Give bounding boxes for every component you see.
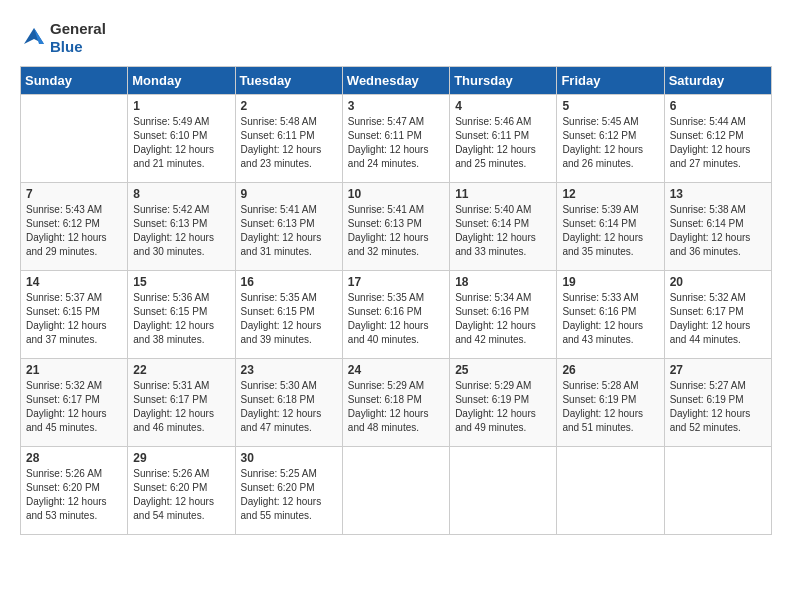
weekday-header-row: SundayMondayTuesdayWednesdayThursdayFrid… (21, 67, 772, 95)
weekday-header-cell: Wednesday (342, 67, 449, 95)
calendar-day-cell: 11Sunrise: 5:40 AM Sunset: 6:14 PM Dayli… (450, 183, 557, 271)
day-info: Sunrise: 5:40 AM Sunset: 6:14 PM Dayligh… (455, 203, 551, 259)
day-info: Sunrise: 5:29 AM Sunset: 6:18 PM Dayligh… (348, 379, 444, 435)
day-info: Sunrise: 5:29 AM Sunset: 6:19 PM Dayligh… (455, 379, 551, 435)
calendar-day-cell: 26Sunrise: 5:28 AM Sunset: 6:19 PM Dayli… (557, 359, 664, 447)
day-info: Sunrise: 5:35 AM Sunset: 6:16 PM Dayligh… (348, 291, 444, 347)
day-info: Sunrise: 5:43 AM Sunset: 6:12 PM Dayligh… (26, 203, 122, 259)
day-number: 1 (133, 99, 229, 113)
calendar-day-cell: 1Sunrise: 5:49 AM Sunset: 6:10 PM Daylig… (128, 95, 235, 183)
calendar-day-cell: 14Sunrise: 5:37 AM Sunset: 6:15 PM Dayli… (21, 271, 128, 359)
calendar-day-cell: 13Sunrise: 5:38 AM Sunset: 6:14 PM Dayli… (664, 183, 771, 271)
day-number: 18 (455, 275, 551, 289)
day-info: Sunrise: 5:26 AM Sunset: 6:20 PM Dayligh… (26, 467, 122, 523)
day-number: 23 (241, 363, 337, 377)
weekday-header-cell: Tuesday (235, 67, 342, 95)
calendar-day-cell: 30Sunrise: 5:25 AM Sunset: 6:20 PM Dayli… (235, 447, 342, 535)
calendar-day-cell: 12Sunrise: 5:39 AM Sunset: 6:14 PM Dayli… (557, 183, 664, 271)
day-info: Sunrise: 5:38 AM Sunset: 6:14 PM Dayligh… (670, 203, 766, 259)
day-info: Sunrise: 5:44 AM Sunset: 6:12 PM Dayligh… (670, 115, 766, 171)
calendar-day-cell: 24Sunrise: 5:29 AM Sunset: 6:18 PM Dayli… (342, 359, 449, 447)
day-info: Sunrise: 5:33 AM Sunset: 6:16 PM Dayligh… (562, 291, 658, 347)
day-number: 29 (133, 451, 229, 465)
calendar-day-cell: 22Sunrise: 5:31 AM Sunset: 6:17 PM Dayli… (128, 359, 235, 447)
calendar-week-row: 7Sunrise: 5:43 AM Sunset: 6:12 PM Daylig… (21, 183, 772, 271)
day-info: Sunrise: 5:39 AM Sunset: 6:14 PM Dayligh… (562, 203, 658, 259)
day-info: Sunrise: 5:32 AM Sunset: 6:17 PM Dayligh… (670, 291, 766, 347)
day-info: Sunrise: 5:25 AM Sunset: 6:20 PM Dayligh… (241, 467, 337, 523)
calendar-week-row: 1Sunrise: 5:49 AM Sunset: 6:10 PM Daylig… (21, 95, 772, 183)
calendar-day-cell: 17Sunrise: 5:35 AM Sunset: 6:16 PM Dayli… (342, 271, 449, 359)
calendar-table: SundayMondayTuesdayWednesdayThursdayFrid… (20, 66, 772, 535)
day-number: 8 (133, 187, 229, 201)
day-number: 25 (455, 363, 551, 377)
calendar-day-cell (21, 95, 128, 183)
weekday-header-cell: Monday (128, 67, 235, 95)
calendar-week-row: 21Sunrise: 5:32 AM Sunset: 6:17 PM Dayli… (21, 359, 772, 447)
calendar-day-cell: 20Sunrise: 5:32 AM Sunset: 6:17 PM Dayli… (664, 271, 771, 359)
day-number: 16 (241, 275, 337, 289)
calendar-day-cell: 23Sunrise: 5:30 AM Sunset: 6:18 PM Dayli… (235, 359, 342, 447)
calendar-day-cell (450, 447, 557, 535)
day-number: 26 (562, 363, 658, 377)
calendar-day-cell: 2Sunrise: 5:48 AM Sunset: 6:11 PM Daylig… (235, 95, 342, 183)
day-info: Sunrise: 5:42 AM Sunset: 6:13 PM Dayligh… (133, 203, 229, 259)
calendar-day-cell: 21Sunrise: 5:32 AM Sunset: 6:17 PM Dayli… (21, 359, 128, 447)
day-info: Sunrise: 5:32 AM Sunset: 6:17 PM Dayligh… (26, 379, 122, 435)
day-info: Sunrise: 5:49 AM Sunset: 6:10 PM Dayligh… (133, 115, 229, 171)
day-number: 13 (670, 187, 766, 201)
day-number: 22 (133, 363, 229, 377)
day-number: 12 (562, 187, 658, 201)
calendar-week-row: 14Sunrise: 5:37 AM Sunset: 6:15 PM Dayli… (21, 271, 772, 359)
day-info: Sunrise: 5:35 AM Sunset: 6:15 PM Dayligh… (241, 291, 337, 347)
calendar-day-cell: 9Sunrise: 5:41 AM Sunset: 6:13 PM Daylig… (235, 183, 342, 271)
calendar-day-cell: 4Sunrise: 5:46 AM Sunset: 6:11 PM Daylig… (450, 95, 557, 183)
calendar-day-cell: 19Sunrise: 5:33 AM Sunset: 6:16 PM Dayli… (557, 271, 664, 359)
day-info: Sunrise: 5:47 AM Sunset: 6:11 PM Dayligh… (348, 115, 444, 171)
day-number: 17 (348, 275, 444, 289)
day-info: Sunrise: 5:37 AM Sunset: 6:15 PM Dayligh… (26, 291, 122, 347)
calendar-week-row: 28Sunrise: 5:26 AM Sunset: 6:20 PM Dayli… (21, 447, 772, 535)
calendar-day-cell: 10Sunrise: 5:41 AM Sunset: 6:13 PM Dayli… (342, 183, 449, 271)
weekday-header-cell: Friday (557, 67, 664, 95)
day-number: 4 (455, 99, 551, 113)
day-number: 6 (670, 99, 766, 113)
day-number: 2 (241, 99, 337, 113)
day-number: 30 (241, 451, 337, 465)
calendar-day-cell: 25Sunrise: 5:29 AM Sunset: 6:19 PM Dayli… (450, 359, 557, 447)
calendar-day-cell: 7Sunrise: 5:43 AM Sunset: 6:12 PM Daylig… (21, 183, 128, 271)
day-number: 28 (26, 451, 122, 465)
day-number: 3 (348, 99, 444, 113)
day-info: Sunrise: 5:34 AM Sunset: 6:16 PM Dayligh… (455, 291, 551, 347)
calendar-day-cell (664, 447, 771, 535)
calendar-day-cell: 28Sunrise: 5:26 AM Sunset: 6:20 PM Dayli… (21, 447, 128, 535)
logo: General Blue (20, 20, 106, 56)
day-info: Sunrise: 5:28 AM Sunset: 6:19 PM Dayligh… (562, 379, 658, 435)
calendar-day-cell: 6Sunrise: 5:44 AM Sunset: 6:12 PM Daylig… (664, 95, 771, 183)
day-number: 20 (670, 275, 766, 289)
day-info: Sunrise: 5:36 AM Sunset: 6:15 PM Dayligh… (133, 291, 229, 347)
logo-bird-icon (20, 24, 48, 52)
weekday-header-cell: Thursday (450, 67, 557, 95)
calendar-day-cell (557, 447, 664, 535)
day-number: 21 (26, 363, 122, 377)
day-info: Sunrise: 5:48 AM Sunset: 6:11 PM Dayligh… (241, 115, 337, 171)
logo-blue: Blue (50, 38, 106, 56)
calendar-body: 1Sunrise: 5:49 AM Sunset: 6:10 PM Daylig… (21, 95, 772, 535)
day-info: Sunrise: 5:46 AM Sunset: 6:11 PM Dayligh… (455, 115, 551, 171)
day-number: 10 (348, 187, 444, 201)
day-info: Sunrise: 5:27 AM Sunset: 6:19 PM Dayligh… (670, 379, 766, 435)
day-info: Sunrise: 5:41 AM Sunset: 6:13 PM Dayligh… (241, 203, 337, 259)
page-header: General Blue (20, 20, 772, 56)
calendar-day-cell: 29Sunrise: 5:26 AM Sunset: 6:20 PM Dayli… (128, 447, 235, 535)
calendar-day-cell (342, 447, 449, 535)
calendar-day-cell: 18Sunrise: 5:34 AM Sunset: 6:16 PM Dayli… (450, 271, 557, 359)
day-info: Sunrise: 5:26 AM Sunset: 6:20 PM Dayligh… (133, 467, 229, 523)
calendar-day-cell: 15Sunrise: 5:36 AM Sunset: 6:15 PM Dayli… (128, 271, 235, 359)
weekday-header-cell: Sunday (21, 67, 128, 95)
calendar-day-cell: 3Sunrise: 5:47 AM Sunset: 6:11 PM Daylig… (342, 95, 449, 183)
day-info: Sunrise: 5:41 AM Sunset: 6:13 PM Dayligh… (348, 203, 444, 259)
day-info: Sunrise: 5:30 AM Sunset: 6:18 PM Dayligh… (241, 379, 337, 435)
day-info: Sunrise: 5:45 AM Sunset: 6:12 PM Dayligh… (562, 115, 658, 171)
day-number: 15 (133, 275, 229, 289)
